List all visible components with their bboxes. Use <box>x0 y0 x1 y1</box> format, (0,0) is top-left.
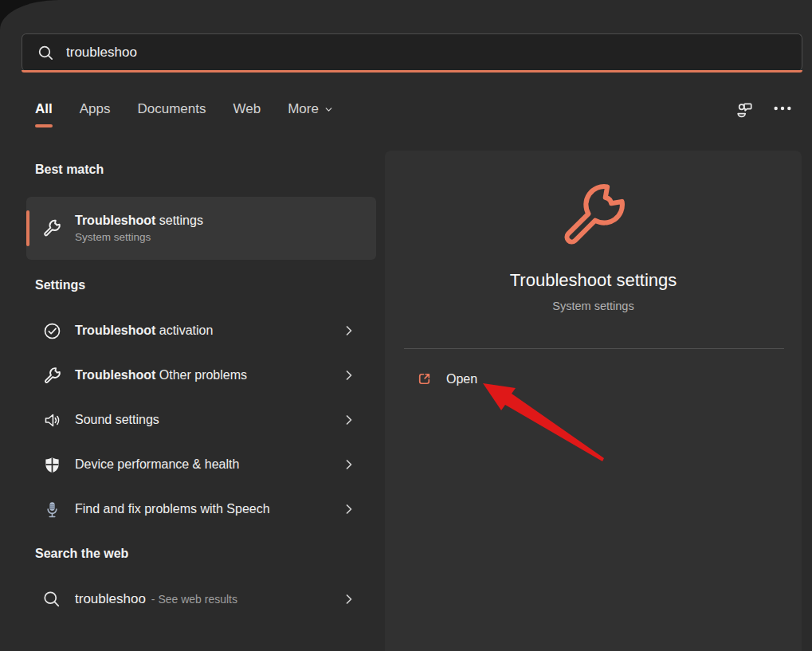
selection-accent-bar <box>26 210 29 246</box>
check-circle-icon <box>41 320 62 341</box>
tab-documents[interactable]: Documents <box>137 101 206 117</box>
preview-subtitle: System settings <box>552 300 634 312</box>
chevron-right-icon <box>343 593 355 606</box>
tab-web[interactable]: Web <box>233 101 261 117</box>
best-match-subtitle: System settings <box>75 231 203 243</box>
feedback-icon[interactable] <box>733 97 755 120</box>
result-label-rest: Sound settings <box>75 413 159 426</box>
active-tab-underline <box>35 124 53 127</box>
web-query-text: troubleshoo <box>75 591 146 606</box>
settings-header: Settings <box>35 278 85 292</box>
tab-all[interactable]: All <box>35 101 53 117</box>
result-troubleshoot-activation[interactable]: Troubleshoot activation <box>26 308 376 353</box>
result-label-rest: Device performance & health <box>75 457 239 471</box>
wrench-icon <box>555 177 632 254</box>
speaker-icon <box>41 410 62 430</box>
tab-apps[interactable]: Apps <box>80 101 111 117</box>
best-match-title: Troubleshoot settings <box>75 214 203 227</box>
result-label: Troubleshoot Other problems <box>75 368 247 382</box>
search-the-web-header: Search the web <box>35 547 128 561</box>
search-box[interactable] <box>22 33 802 71</box>
tab-apps-label: Apps <box>80 101 111 117</box>
chevron-right-icon <box>343 414 355 426</box>
tab-web-label: Web <box>233 101 261 117</box>
web-results: troubleshoo- See web results <box>26 577 376 622</box>
result-fix-speech-problems[interactable]: Find and fix problems with Speech <box>26 487 376 531</box>
search-icon <box>37 45 54 61</box>
tab-more-label: More <box>288 101 319 117</box>
result-sound-settings[interactable]: Sound settings <box>26 398 376 442</box>
result-label: Sound settings <box>75 413 159 427</box>
best-match-title-strong: Troubleshoot <box>75 214 155 227</box>
open-action[interactable]: Open <box>416 371 477 387</box>
search-filter-tabs: All Apps Documents Web More <box>35 101 334 117</box>
result-label: Troubleshoot activation <box>75 324 213 338</box>
tab-all-label: All <box>35 101 53 117</box>
shield-icon <box>41 454 62 475</box>
chevron-down-icon <box>324 104 334 115</box>
wrench-icon <box>41 218 62 239</box>
preview-title: Troubleshoot settings <box>510 270 677 291</box>
result-label: Device performance & health <box>75 457 239 472</box>
settings-results: Troubleshoot activation Troubleshoot Oth… <box>26 308 376 531</box>
chevron-right-icon <box>343 369 355 382</box>
result-troubleshoot-other-problems[interactable]: Troubleshoot Other problems <box>26 353 376 398</box>
search-icon <box>41 589 62 610</box>
more-options-icon[interactable] <box>771 97 794 120</box>
result-label: Find and fix problems with Speech <box>75 502 270 516</box>
best-match-header: Best match <box>35 163 104 177</box>
tab-documents-label: Documents <box>137 101 206 117</box>
best-match-title-rest: settings <box>155 214 203 227</box>
web-suffix-text: - See web results <box>151 593 237 606</box>
best-match-item[interactable]: Troubleshoot settings System settings <box>26 197 376 260</box>
result-label-rest: activation <box>155 324 213 337</box>
result-label-rest: Other problems <box>155 368 247 382</box>
open-label: Open <box>446 372 477 386</box>
divider <box>404 348 784 349</box>
search-input[interactable] <box>66 45 789 61</box>
wrench-icon <box>41 365 62 386</box>
chevron-right-icon <box>343 458 355 471</box>
chevron-right-icon <box>343 324 355 337</box>
result-label-strong: Troubleshoot <box>75 368 155 382</box>
chevron-right-icon <box>343 503 355 516</box>
tab-more[interactable]: More <box>288 101 334 117</box>
best-match-text: Troubleshoot settings System settings <box>75 214 203 243</box>
result-label-rest: Find and fix problems with Speech <box>75 502 270 516</box>
search-header-actions <box>733 97 794 120</box>
result-label: troubleshoo- See web results <box>75 591 237 607</box>
preview-pane: Troubleshoot settings System settings Op… <box>385 151 802 651</box>
open-external-icon <box>416 371 433 387</box>
result-device-performance-health[interactable]: Device performance & health <box>26 442 376 487</box>
result-label-strong: Troubleshoot <box>75 324 155 337</box>
microphone-icon <box>41 499 62 520</box>
result-web-search[interactable]: troubleshoo- See web results <box>26 577 376 622</box>
